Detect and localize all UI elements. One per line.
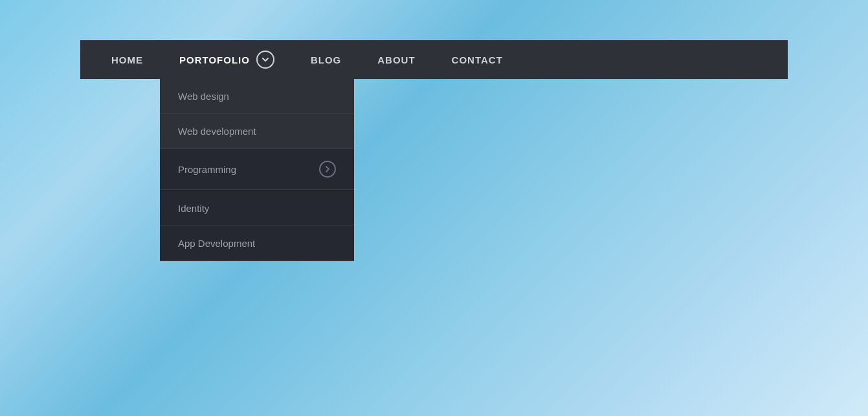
portofolio-dropdown: Web design Web development Programming I…: [160, 79, 354, 261]
dropdown-item-identity[interactable]: Identity: [160, 191, 354, 226]
nav-item-contact[interactable]: CONTACT: [434, 40, 521, 79]
dropdown-item-programming[interactable]: Programming: [160, 149, 354, 190]
nav-item-home[interactable]: HOME: [93, 40, 161, 79]
nav-item-blog[interactable]: BLOG: [293, 40, 359, 79]
programming-submenu-icon: [319, 161, 336, 178]
nav-item-portofolio[interactable]: PORTOFOLIO: [161, 40, 293, 79]
portofolio-dropdown-icon[interactable]: [256, 51, 274, 69]
navbar: HOME PORTOFOLIO BLOG ABOUT CONTACT: [80, 40, 788, 79]
dropdown-menu: Web design Web development Programming I…: [160, 79, 354, 261]
dropdown-item-app-development[interactable]: App Development: [160, 226, 354, 261]
dropdown-item-web-design[interactable]: Web design: [160, 79, 354, 114]
sub-menu-section: Identity App Development: [160, 191, 354, 261]
nav-item-about[interactable]: ABOUT: [359, 40, 433, 79]
dropdown-item-web-development[interactable]: Web development: [160, 114, 354, 149]
